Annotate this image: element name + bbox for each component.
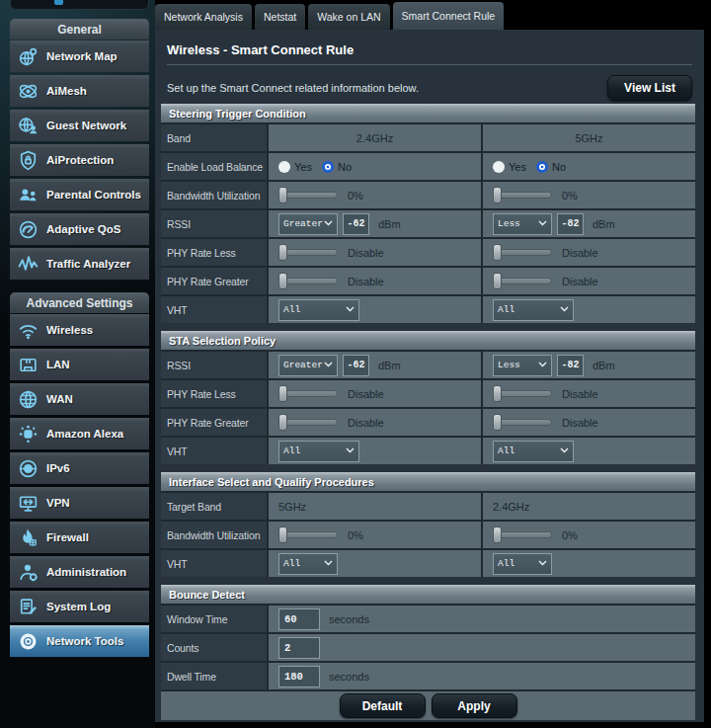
radio-yes[interactable] [278,161,290,173]
sidebar-section-advanced-settings: Advanced SettingsWirelessLANWANAmazon Al… [10,292,149,657]
rssi-select[interactable]: Greater [278,213,338,235]
row-label: Dwell Time [161,663,267,689]
action-bar: Default Apply [161,689,695,720]
rssi-value-input[interactable] [557,355,584,376]
sidebar-item-lan[interactable]: LAN [10,349,149,380]
slider-handle[interactable] [493,187,502,203]
default-button[interactable]: Default [340,693,426,718]
sidebar-item-wan[interactable]: WAN [10,383,149,415]
bandwidth-utilization-slider[interactable] [493,192,552,199]
chevron-down-icon [560,445,569,456]
rssi-value-input[interactable] [343,213,369,235]
row-band: Band2.4GHz5GHz [161,122,695,151]
vht-select[interactable]: All [278,299,359,321]
page-title: Wireless - Smart Connect Rule [167,42,692,57]
slider-value-label: Disable [348,247,384,259]
vht-select[interactable]: All [493,441,574,462]
sidebar-item-traffic-analyzer[interactable]: Traffic Analyzer [10,248,149,280]
slider-handle[interactable] [278,414,287,431]
sidebar-item-firewall[interactable]: Firewall [10,522,149,553]
aiprotection-icon [10,149,46,172]
wan-icon [10,388,46,411]
slider-handle[interactable] [493,244,502,261]
row-phy-rate-greater: PHY Rate GreaterDisableDisable [161,266,695,294]
phy-rate-greater-slider[interactable] [493,419,552,426]
sidebar-banner-cutoff[interactable] [10,0,149,10]
row-label: VHT [161,438,267,464]
radio-yes[interactable] [493,161,505,173]
vht-select[interactable]: All [278,553,338,575]
rssi-value-input[interactable] [557,213,584,235]
wireless-icon [10,319,46,342]
phy-rate-less-slider[interactable] [278,390,338,397]
chevron-down-icon [538,218,547,229]
unit-label: dBm [378,360,401,371]
phy-rate-greater-slider[interactable] [493,278,552,284]
slider-handle[interactable] [278,385,287,402]
select-value: All [498,304,514,315]
sidebar-item-label: IPv6 [46,462,70,474]
row-rssi: RSSIGreaterdBmLessdBm [161,208,695,237]
sidebar-item-network-tools[interactable]: Network Tools [10,625,149,657]
sidebar-item-administration[interactable]: Administration [10,556,149,588]
radio-no[interactable] [536,161,548,173]
vht-select[interactable]: All [278,441,359,462]
sidebar-item-aiprotection[interactable]: AiProtection [10,144,149,176]
phy-rate-less-slider[interactable] [493,249,552,256]
value-cell: All [267,296,481,323]
counts-input[interactable] [278,637,320,659]
sidebar-item-system-log[interactable]: System Log [10,591,149,622]
slider-handle[interactable] [278,273,287,289]
sidebar-item-parental-controls[interactable]: Parental Controls [10,179,149,210]
slider-handle[interactable] [493,414,502,431]
vht-select[interactable]: All [493,553,552,575]
radio-no[interactable] [322,161,334,173]
sidebar-item-wireless[interactable]: Wireless [10,314,149,346]
sidebar-item-guest-network[interactable]: Guest Network [10,110,149,141]
sidebar-item-ipv6[interactable]: IPv6 [10,452,149,484]
slider-handle[interactable] [278,526,287,543]
value-cell: Disable [481,239,695,266]
sidebar-item-amazon-alexa[interactable]: Amazon Alexa [10,418,149,449]
tab-wake-on-lan[interactable]: Wake on LAN [308,4,389,30]
phy-rate-greater-slider[interactable] [278,419,338,426]
row-counts: Counts [161,632,695,661]
sidebar-item-aimesh[interactable]: AiMesh [10,75,149,107]
apply-button[interactable]: Apply [432,693,517,718]
sidebar-item-network-map[interactable]: Network Map [10,40,149,72]
slider-value-label: Disable [348,276,384,287]
sidebar-item-vpn[interactable]: VPN [10,487,149,519]
bandwidth-utilization-slider[interactable] [278,192,338,199]
section-header: Bounce Detect [161,585,695,604]
rssi-select[interactable]: Less [493,213,552,235]
sidebar-item-adaptive-qos[interactable]: Adaptive QoS [10,213,149,245]
view-list-button[interactable]: View List [607,75,692,101]
vht-select[interactable]: All [493,299,574,321]
window-time-input[interactable] [278,608,320,630]
rssi-value-input[interactable] [343,355,369,376]
phy-rate-less-slider[interactable] [278,249,338,256]
slider-handle[interactable] [493,385,502,402]
bandwidth-utilization-slider[interactable] [278,531,338,538]
row-label: Bandwidth Utilization [161,522,267,548]
tab-smart-connect-rule[interactable]: Smart Connect Rule [393,2,505,30]
slider-handle[interactable] [493,526,502,543]
slider-value-label: 0% [348,529,363,541]
slider-handle[interactable] [493,273,502,289]
tab-netstat[interactable]: Netstat [255,4,305,30]
dwell-time-input[interactable] [278,666,320,688]
slider-handle[interactable] [278,244,287,261]
bandwidth-utilization-slider[interactable] [493,531,552,538]
sidebar-item-label: Administration [46,566,126,578]
sidebar-section-title: Advanced Settings [10,292,149,313]
row-label: PHY Rate Greater [161,268,267,294]
phy-rate-greater-slider[interactable] [278,278,338,284]
value-cell: seconds [267,606,695,632]
slider-handle[interactable] [278,187,287,203]
tab-network-analysis[interactable]: Network Analysis [155,4,252,30]
phy-rate-less-slider[interactable] [493,390,552,397]
value-cell: 0% [267,522,481,548]
slider-value-label: Disable [348,417,384,429]
rssi-select[interactable]: Greater [278,355,338,376]
rssi-select[interactable]: Less [493,355,552,376]
